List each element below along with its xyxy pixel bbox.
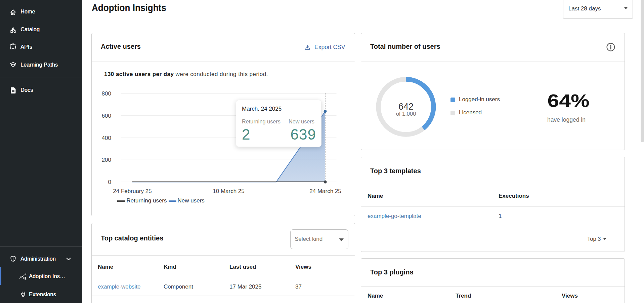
svg-text:10 March 25: 10 March 25	[213, 188, 245, 194]
svg-text:24 March 25: 24 March 25	[309, 188, 341, 194]
svg-text:0: 0	[108, 179, 111, 185]
svg-text:New users: New users	[178, 197, 205, 204]
svg-text:600: 600	[102, 113, 111, 119]
svg-text:Returning users: Returning users	[127, 197, 167, 204]
svg-text:800: 800	[102, 90, 111, 97]
svg-text:400: 400	[102, 135, 111, 141]
svg-text:200: 200	[102, 157, 111, 163]
svg-text:24 February 25: 24 February 25	[113, 188, 152, 194]
